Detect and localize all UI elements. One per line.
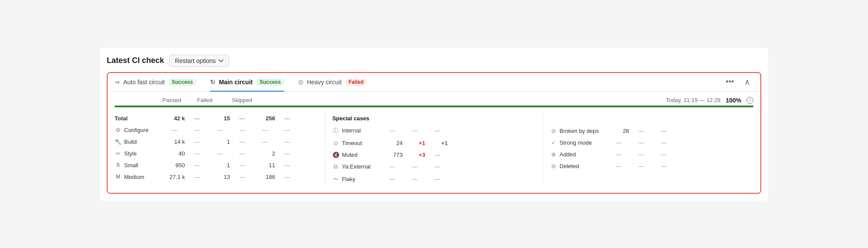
broken-deps-v1: 28: [608, 128, 629, 134]
table-row: 〜 Flaky — — —: [332, 173, 536, 186]
row-label-muted: 🔇 Muted: [332, 152, 380, 158]
heavy-circuit-badge: Failed: [345, 78, 367, 86]
special-cases-title: Special cases: [332, 112, 536, 124]
flaky-label: Flaky: [342, 176, 355, 182]
strong-mode-v1: —: [608, 139, 629, 146]
configure-f: —: [209, 127, 230, 133]
ya-external-v2: —: [404, 163, 425, 170]
timeout-label: Timeout: [342, 140, 362, 146]
skipped-column-label: Skipped: [232, 97, 266, 103]
ya-external-v1: —: [382, 163, 403, 170]
stats-meta: Today, 11:19 — 12:28 100% i: [666, 97, 753, 104]
tab-auto-fast-circuit[interactable]: ⇒ Auto fast circuit Success: [115, 73, 196, 91]
style-f2: —: [232, 150, 253, 157]
auto-circuit-icon: ⇒: [115, 79, 120, 86]
strong-mode-v3: —: [653, 139, 674, 146]
timeout-icon: ⊙: [332, 140, 339, 146]
timeout-v1: 24: [382, 140, 403, 146]
broken-deps-icon: ⊘: [550, 128, 557, 134]
internal-v2: —: [404, 127, 425, 134]
table-row: ⧉ Ya:External — — —: [332, 161, 536, 173]
deleted-v2: —: [631, 163, 651, 169]
small-label: Small: [124, 162, 138, 169]
row-label-medium: M Medium: [115, 174, 162, 180]
muted-v2: —: [427, 152, 448, 158]
table-row: ✓ Strong mode — — —: [550, 137, 753, 149]
added-v1: —: [608, 151, 629, 158]
extra-title-spacer: [550, 112, 753, 125]
small-skipped: 11: [254, 162, 275, 169]
restart-label: Restart options: [175, 57, 216, 64]
medium-s2: —: [277, 174, 298, 180]
row-label-deleted: ⊖ Deleted: [550, 163, 606, 169]
table-row: 🔇 Muted 773 +3 —: [332, 149, 536, 161]
table-row: 🔧 Build 14 k — 1 — — —: [115, 136, 318, 148]
broken-deps-v3: —: [653, 128, 674, 134]
style-label: Style: [124, 150, 137, 157]
flaky-icon: 〜: [332, 175, 339, 183]
small-f2: —: [232, 162, 253, 169]
tab-auto-label: Auto fast circuit: [123, 79, 165, 86]
header-row: Latest CI check Restart options: [107, 55, 761, 67]
row-label-style: ✏ Style: [115, 150, 162, 157]
row-label-timeout: ⊙ Timeout: [332, 140, 380, 146]
small-s2: —: [277, 162, 298, 169]
table-row: ⊕ Added — — —: [550, 149, 753, 160]
row-label-ya-external: ⧉ Ya:External: [332, 163, 380, 170]
tab-heavy-circuit[interactable]: ⊙ Heavy circuit Failed: [298, 73, 367, 91]
added-icon: ⊕: [550, 151, 557, 158]
small-failed: 1: [209, 162, 230, 169]
page-title: Latest CI check: [107, 56, 164, 65]
table-row: M Medium 27.1 k — 13 — 186 —: [115, 171, 318, 183]
flaky-v2: —: [404, 176, 425, 182]
build-icon: 🔧: [115, 139, 122, 145]
timeout-delta1: +1: [404, 140, 425, 146]
build-failed: 1: [209, 139, 230, 145]
auto-circuit-badge: Success: [168, 78, 197, 86]
medium-letter: M: [115, 174, 122, 180]
table-row: ⊙ Timeout 24 +1 +1: [332, 137, 536, 149]
row-label-strong-mode: ✓ Strong mode: [550, 139, 606, 146]
medium-label: Medium: [124, 174, 144, 180]
style-p2: —: [187, 150, 207, 157]
strong-mode-v2: —: [631, 139, 651, 146]
tab-main-circuit[interactable]: ↻ Main circuit Success: [210, 73, 284, 91]
table-row: ✏ Style 40 — — — 2 —: [115, 148, 318, 159]
medium-f2: —: [232, 174, 253, 180]
row-label-configure: ⚙ Configure: [115, 127, 162, 133]
info-icon[interactable]: i: [746, 97, 753, 104]
broken-deps-v2: —: [631, 128, 651, 134]
added-label: Added: [559, 151, 576, 158]
deleted-icon: ⊖: [550, 163, 557, 169]
row-label-small: S Small: [115, 162, 162, 169]
build-s2: —: [277, 139, 298, 145]
added-v2: —: [631, 151, 651, 158]
muted-delta1: +3: [404, 152, 425, 158]
heavy-circuit-icon: ⊙: [298, 79, 303, 86]
internal-label: Internal: [342, 127, 361, 134]
main-circuit-badge: Success: [256, 78, 284, 86]
more-options-button[interactable]: •••: [722, 76, 737, 88]
table-row: ⊖ Deleted — — —: [550, 160, 753, 172]
configure-s2: —: [277, 127, 298, 133]
collapse-button[interactable]: ∧: [741, 76, 753, 89]
total-label: Total: [115, 115, 128, 122]
added-v3: —: [653, 151, 674, 158]
row-label-internal: ⓘ Internal: [332, 127, 380, 135]
restart-options-button[interactable]: Restart options: [169, 55, 229, 67]
failed-column-label: Failed: [197, 97, 232, 103]
table-row: ⊘ Broken by deps 28 — —: [550, 125, 753, 137]
medium-failed: 13: [209, 174, 230, 180]
row-label-broken-deps: ⊘ Broken by deps: [550, 128, 606, 134]
percent-badge: 100%: [726, 97, 741, 104]
style-icon: ✏: [115, 150, 122, 157]
table-row: S Small 950 — 1 — 11 —: [115, 159, 318, 171]
stats-header: Passed Failed Skipped Today, 11:19 — 12:…: [115, 97, 753, 104]
internal-v3: —: [427, 127, 448, 134]
row-label-flaky: 〜 Flaky: [332, 175, 380, 183]
tabs-actions: ••• ∧: [722, 76, 753, 89]
build-p2: —: [187, 139, 207, 145]
total-failed-dash: —: [232, 115, 253, 122]
chevron-down-icon: [218, 58, 224, 63]
tab-heavy-label: Heavy circuit: [307, 79, 342, 86]
